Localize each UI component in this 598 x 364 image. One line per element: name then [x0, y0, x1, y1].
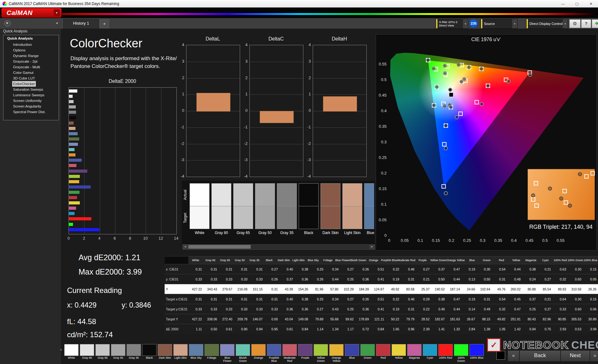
sidebar-item-colorchecker[interactable]: ColorChecker [3, 81, 59, 87]
collapse-sidebar-icon[interactable]: ◄ [54, 20, 60, 26]
cie-measured-marker [460, 80, 464, 84]
patch-button-gray-35[interactable]: Gray 35 [127, 344, 141, 363]
table-cell: 79.88 [310, 317, 325, 321]
close-button[interactable]: ✕ [584, 0, 598, 7]
tab-history-1[interactable]: History 1 [62, 18, 100, 29]
sidebar-item-introduction[interactable]: Introduction [3, 42, 59, 47]
compare-scrollbar[interactable]: ◄ ► [182, 244, 375, 250]
target-color-swatch [364, 206, 374, 229]
help-icon[interactable]: ? [581, 19, 591, 28]
scroll-right-icon[interactable]: ► [369, 245, 374, 249]
table-cell: 0.36 [279, 307, 295, 311]
minimize-button[interactable]: — [556, 0, 570, 7]
sidebar-item-grayscale-2pt[interactable]: Grayscale - 2pt [3, 59, 59, 64]
source-dropdown[interactable]: Source ▼ [481, 19, 518, 29]
gear-icon[interactable]: ⚙ [569, 19, 581, 28]
patch-button-blue[interactable]: Blue [345, 344, 359, 363]
deltae-bar-blue-flower [69, 143, 78, 146]
table-cell: 0.51 [370, 267, 386, 271]
scroll-left-icon[interactable]: ◄ [183, 245, 188, 249]
sidebar-item-options[interactable]: Options [3, 47, 59, 53]
patch-button-100-blue[interactable]: 100% Blue [470, 344, 484, 363]
patch-button-dark-skin[interactable]: Dark Skin [158, 344, 172, 363]
table-cell: 209.78 [234, 317, 249, 321]
cie-target-marker [458, 112, 463, 116]
table-cell: 0.00 [264, 317, 279, 321]
patch-button-orange-yellow[interactable]: Orange Yellow [329, 344, 344, 363]
sidebar-item-screen-angularity[interactable]: Screen Angularity [3, 103, 59, 109]
patch-label: Light Skin [173, 357, 188, 360]
sidebar-item-label: Color Gamut [12, 70, 34, 75]
patch-button-gray-65[interactable]: Gray 65 [95, 344, 110, 363]
deltal-chart-title: DeltaL [186, 36, 239, 42]
table-cell: 0.37 [522, 297, 538, 301]
add-tab-button[interactable]: + [100, 19, 109, 28]
sidebar-item-3d-cube-lut[interactable]: 3D Cube LUT [3, 75, 59, 81]
meter-label: X-Rite i1Pro 2 Direct View [437, 19, 463, 28]
patch-button-yellow-green[interactable]: Yellow Green [314, 344, 328, 363]
deltae-bar-foliage [69, 137, 79, 141]
patch-button-orange[interactable]: Orange [251, 344, 266, 363]
patch-color-swatch [298, 344, 312, 356]
pattern-window-icon[interactable]: ❖ [592, 19, 598, 28]
patch-button-blue-flower[interactable]: Blue Flower [220, 344, 234, 363]
sidebar-item-luminance-sweeps[interactable]: Luminance Sweeps [3, 92, 59, 98]
table-cell: 0.33 [188, 277, 204, 281]
table-cell: 85.54 [537, 287, 552, 291]
meter-dropdown[interactable]: X-Rite i1Pro 2 Direct View ▼ [436, 19, 468, 29]
column-header-green: Green [480, 259, 494, 262]
table-cell: 251.91 [507, 317, 522, 321]
table-cell: 0.24 [522, 277, 538, 281]
patch-button-black[interactable]: Black [142, 344, 157, 363]
sidebar-item-grayscale-multi[interactable]: Grayscale - Multi [3, 64, 59, 70]
avg-de2000-value: Avg dE2000: 1.21 [79, 253, 140, 262]
table-cell: 55.68 [325, 317, 340, 321]
patch-button-light-skin[interactable]: Light Skin [173, 344, 188, 363]
patch-button-foliage[interactable]: Foliage [205, 344, 219, 363]
column-header-cyan: Cyan [538, 259, 553, 262]
panel-options-button[interactable] [4, 20, 11, 26]
patch-button-bluish-green[interactable]: Bluish Green [236, 344, 250, 363]
calman-logo-menu[interactable]: CalMAN ▼ [1, 8, 62, 18]
patch-button-100-red[interactable]: 100% Red [438, 344, 453, 363]
patch-button-yellow[interactable]: Yellow [392, 344, 406, 363]
table-cell: 0.27 [537, 277, 552, 281]
sidebar-item-quick-analysis-root[interactable]: Quick Analysis [3, 35, 59, 42]
patch-button-gray-80[interactable]: Gray 80 [80, 344, 94, 363]
patch-button-white[interactable]: White [64, 344, 79, 363]
patch-button-purple[interactable]: Purple [298, 344, 312, 363]
maximize-button[interactable]: ▢ [570, 0, 584, 7]
window-controls: — ▢ ✕ [556, 0, 598, 7]
display-control-dropdown[interactable]: Direct Display Control ▼ [526, 19, 568, 29]
sidebar-item-color-gamut[interactable]: Color Gamut [3, 70, 59, 75]
patch-button-purplish-blue[interactable]: Purplish Blue [267, 344, 281, 363]
table-cell: 0.27 [416, 267, 431, 271]
sidebar-item-screen-uniformity[interactable]: Screen Uniformity [3, 98, 59, 103]
patch-button-blue-sky[interactable]: Blue Sky [189, 344, 203, 363]
patch-button-cyan[interactable]: Cyan [423, 344, 437, 363]
table-cell: 181.63 [446, 317, 461, 321]
strip-scroll-left-icon[interactable]: ◄ [59, 348, 63, 352]
patch-color-swatch [142, 344, 157, 356]
sidebar-item-saturation-sweeps[interactable]: Saturation Sweeps [3, 87, 59, 92]
patch-button-red[interactable]: Red [376, 344, 390, 363]
column-header-blue: Blue [465, 259, 479, 262]
patch-button-magenta[interactable]: Magenta [407, 344, 422, 363]
stop-button[interactable] [496, 351, 505, 360]
patch-button-gray-50[interactable]: Gray 50 [111, 344, 125, 363]
patch-button-100-green[interactable]: 100% Green [454, 344, 468, 363]
actual-color-swatch [299, 183, 319, 206]
patch-button-moderate-red[interactable]: Moderate Red [282, 344, 297, 363]
patch-button-green[interactable]: Green [360, 344, 375, 363]
inset-target-marker [591, 171, 595, 175]
table-cell: 0.51 [370, 297, 386, 301]
patch-label: 100% Green [454, 357, 468, 362]
patch-color-swatch [470, 344, 484, 356]
column-header-100-green: 100% Green [567, 259, 583, 262]
table-cell: 0.33 [249, 307, 264, 311]
deltae-axis-tick-label: 8 [126, 236, 134, 241]
sidebar-item-spectral-power-dist[interactable]: Spectral Power Dist. [3, 109, 59, 115]
sidebar-item-dynamic-range[interactable]: Dynamic Range [3, 53, 59, 59]
deltae-gridline [100, 88, 100, 234]
scrollbar-thumb[interactable] [188, 245, 251, 249]
